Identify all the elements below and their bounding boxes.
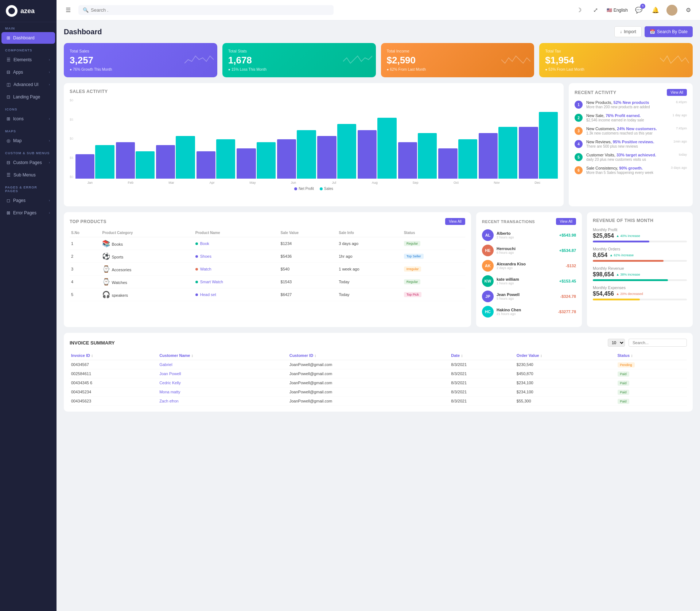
page-content: Dashboard ↓ Import 📅 Search By Date Tota…	[57, 20, 700, 611]
search-bar[interactable]: 🔍	[78, 5, 334, 15]
activity-desc: 1.3k new customers reached us this year	[586, 131, 672, 135]
revenue-change: ▲ 38% increase	[616, 273, 640, 276]
transactions-title: RECENT TRANSACTIONS	[482, 219, 535, 224]
activity-time: today	[679, 153, 687, 156]
cell-category: ⌚Watches	[101, 276, 194, 288]
transaction-name: Herrouchi	[497, 246, 556, 251]
bar-net-profit	[156, 145, 175, 179]
messages-button[interactable]: 💬 5	[633, 4, 645, 16]
cell-invoice-id: 00434567	[70, 360, 158, 369]
map-icon: ◎	[7, 138, 10, 143]
view-all-products-button[interactable]: View All	[445, 218, 465, 225]
chart-month-label: Sep	[395, 181, 436, 184]
stat-card-total-sales: Total Sales 3,257 ● 76% Growth This Mont…	[64, 43, 217, 77]
search-by-date-button[interactable]: 📅 Search By Date	[645, 26, 693, 37]
activity-title: New Customers, 24% New customers.	[586, 127, 672, 131]
section-icons: ICONS	[0, 103, 57, 113]
chevron-right-icon: ›	[49, 117, 50, 121]
transaction-avatar: AL	[482, 229, 494, 241]
cell-num: 3	[70, 263, 101, 276]
sidebar-item-map[interactable]: ◎ Map ›	[1, 135, 55, 147]
cell-name: Shoes	[194, 250, 279, 263]
menu-toggle-button[interactable]: ☰	[62, 4, 74, 16]
sidebar-item-sub-menus[interactable]: ☰ Sub Menus	[1, 169, 55, 181]
view-all-transactions-button[interactable]: View All	[556, 218, 576, 225]
inv-col-status: Status ↕	[616, 351, 687, 360]
chevron-right-icon: ›	[49, 139, 50, 143]
col-name: Product Name	[194, 229, 279, 237]
sidebar-item-pages[interactable]: ◻ Pages ›	[1, 195, 55, 206]
sidebar-item-label: Custom Pages	[13, 160, 42, 165]
transaction-amount: -$132	[566, 264, 576, 268]
sidebar-item-label: Map	[13, 138, 22, 143]
cell-info: 3 days ago	[337, 237, 402, 250]
revenue-row: 8,654 ▲ 62% increase	[593, 252, 687, 258]
notifications-button[interactable]: 🔔	[650, 4, 661, 16]
search-input[interactable]	[91, 7, 329, 13]
sidebar-item-label: Pages	[13, 198, 26, 203]
topbar: ☰ 🔍 ☽ ⤢ 🇺🇸 English 💬 5 🔔	[57, 0, 700, 20]
wave-chart	[501, 52, 530, 68]
revenue-bar-bg	[593, 241, 687, 242]
main-content: ☰ 🔍 ☽ ⤢ 🇺🇸 English 💬 5 🔔	[57, 0, 700, 611]
user-avatar[interactable]	[666, 5, 677, 16]
sidebar-item-label: Sub Menus	[13, 172, 36, 178]
bar-net-profit	[277, 139, 296, 179]
transaction-item: KW kate william 1 hours ago +$153.45	[482, 275, 576, 287]
stat-card-total-income: Total Income $2,590 ● 62% From Last Mont…	[381, 43, 534, 77]
chart-month-label: Jul	[314, 181, 354, 184]
logo-text: azea	[20, 7, 35, 15]
activity-number: 3	[575, 127, 583, 135]
total-income-sub: ● 62% From Last Month	[387, 67, 529, 71]
revenue-value: $25,854	[593, 233, 614, 239]
sidebar-item-custom-pages[interactable]: ⊟ Custom Pages ›	[1, 157, 55, 168]
page-size-select[interactable]: 10 25 50	[608, 339, 625, 347]
activity-time: 3 days ago	[671, 166, 687, 170]
table-row: 1 📚Books Book $1234 3 days ago Regular	[70, 237, 465, 250]
sidebar-item-error-pages[interactable]: ⊠ Error Pages ›	[1, 207, 55, 219]
table-row: 5 🎧speakers Head set $6427 Today Top Pic…	[70, 288, 465, 301]
theme-toggle-button[interactable]: ☽	[573, 4, 585, 16]
table-row: 2 ⚽Sports Shoes $5436 1hr ago Top Seller	[70, 250, 465, 263]
cell-value: $6427	[279, 288, 338, 301]
fullscreen-button[interactable]: ⤢	[590, 4, 602, 16]
transactions-list: AL Alberto 2 hours ago +$543.98 HE Herro…	[482, 229, 576, 318]
activity-title: New Reviews, 95% Positive reviews.	[586, 140, 670, 144]
settings-button[interactable]: ⚙	[682, 4, 694, 16]
bar-net-profit	[358, 130, 377, 179]
transaction-time: 21 hours ago	[497, 312, 555, 316]
sidebar-item-label: Landing Page	[13, 94, 40, 100]
sidebar-item-landing-page[interactable]: ⊡ Landing Page	[1, 91, 55, 103]
section-custom-sub-menus: CUSTOM & SUB MENUS	[0, 147, 57, 156]
table-row: 002584611 Joan Powell JoanPowell@gmail.c…	[70, 369, 687, 378]
section-maps: MAPS	[0, 125, 57, 135]
fullscreen-icon: ⤢	[593, 7, 598, 13]
activity-number: 5	[575, 153, 583, 161]
status-badge: Paid	[618, 399, 629, 404]
transaction-info: kate william 1 hours ago	[497, 277, 556, 285]
language-selector[interactable]: 🇺🇸 English	[607, 8, 628, 13]
calendar-icon: 📅	[650, 29, 655, 34]
sidebar-item-elements[interactable]: ☰ Elements ›	[1, 54, 55, 66]
revenue-bar	[593, 260, 664, 262]
revenue-row: $54,456 ▲ 20% decreased	[593, 291, 687, 297]
view-all-activity-button[interactable]: View All	[667, 89, 687, 96]
sidebar-item-dashboard[interactable]: ⊞ Dashboard	[1, 32, 55, 44]
invoice-search-input[interactable]	[629, 339, 687, 347]
revenue-item: Monthly Expenses $54,456 ▲ 20% decreased	[593, 285, 687, 300]
revenue-label: Monthly Expenses	[593, 285, 687, 290]
chart-bar-group	[116, 142, 155, 179]
chart-month-label: Feb	[110, 181, 151, 184]
chart-bar-group	[438, 139, 477, 179]
sidebar-item-advanced-ui[interactable]: ◫ Advanced UI ›	[1, 79, 55, 90]
cell-info: 1 week ago	[337, 263, 402, 276]
bar-net-profit	[519, 127, 538, 179]
transaction-info: Alexandra Kiso 2 days ago	[497, 262, 563, 270]
activity-desc: More than 200 new products are added	[586, 105, 672, 109]
sidebar-item-apps[interactable]: ⊟ Apps ›	[1, 66, 55, 78]
sidebar-item-icons[interactable]: ⊞ Icons ›	[1, 113, 55, 125]
import-button[interactable]: ↓ Import	[614, 26, 642, 37]
landing-page-icon: ⊡	[7, 94, 10, 100]
revenue-value: $54,456	[593, 291, 614, 297]
chevron-right-icon: ›	[49, 199, 50, 202]
